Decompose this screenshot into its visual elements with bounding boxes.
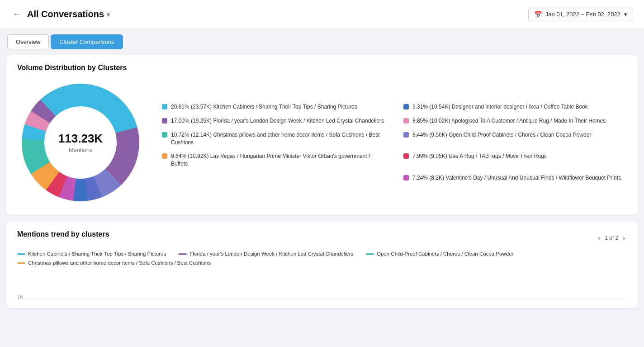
legend-item-4: 9.31% (10.54K) Designer and interior des…	[403, 103, 627, 111]
mentions-trend-card: Mentions trend by clusters ‹ 1 of 2 › Ki…	[6, 221, 638, 308]
legend-dot-3	[162, 153, 167, 159]
tabs-bar: Overview Cluster Comparisons	[0, 29, 644, 55]
trend-legend-label-1: Florida / year's London Design Week / Ki…	[189, 251, 353, 257]
trend-legend-label-3: Christmas pillows and other home decor i…	[28, 260, 211, 266]
legend-item-6: 8.44% (9.56K) Open Child-Proof Cabinets …	[403, 131, 627, 147]
legend-text-0: 20.81% (23.57K) Kitchen Cabinets / Shari…	[171, 103, 357, 111]
tab-overview[interactable]: Overview	[7, 34, 49, 49]
legend-text-5: 8.85% (10.02K) Apologised To A Customer …	[412, 117, 606, 125]
trend-legend-label-2: Open Child-Proof Cabinets / Chores / Cle…	[377, 251, 513, 257]
trend-card-title: Mentions trend by clusters	[17, 230, 109, 238]
legend-item-5: 8.85% (10.02K) Apologised To A Customer …	[403, 117, 627, 125]
header-left: ← All Conversations ▾	[11, 8, 110, 21]
trend-legend-label-0: Kitchen Cabinets / Sharing Their Top Tip…	[28, 251, 166, 257]
legend-dot-5	[403, 118, 409, 124]
legend-text-1: 17.00% (19.25K) Florida / year's London …	[171, 117, 384, 125]
page-title: All Conversations	[27, 9, 104, 19]
trend-line-3	[17, 262, 25, 264]
donut-center-text: 113.23K Mentions	[58, 132, 103, 153]
trend-chart-area: 1K	[17, 272, 627, 299]
date-range-label: Jan 01, 2022 – Feb 02, 2022	[545, 11, 620, 18]
calendar-icon: 📅	[534, 11, 542, 18]
title-chevron-icon[interactable]: ▾	[107, 11, 110, 18]
trend-legend-item-3: Christmas pillows and other home decor i…	[17, 260, 211, 266]
legend-item-1: 17.00% (19.25K) Florida / year's London …	[162, 117, 385, 125]
trend-line-2	[366, 253, 374, 255]
y-axis-label: 1K	[17, 294, 23, 299]
legend-dot-6	[403, 132, 409, 138]
date-chevron-icon: ▾	[624, 11, 627, 18]
back-button[interactable]: ←	[11, 8, 23, 21]
trend-line-0	[17, 253, 25, 255]
trend-header: Mentions trend by clusters ‹ 1 of 2 ›	[17, 230, 627, 246]
trend-legend-item-1: Florida / year's London Design Week / Ki…	[179, 251, 353, 257]
legend-text-3: 9.64% (10.92K) Las Vegas / Hungarian Pri…	[171, 152, 385, 168]
legend-text-6: 8.44% (9.56K) Open Child-Proof Cabinets …	[412, 131, 592, 139]
prev-page-button[interactable]: ‹	[597, 233, 602, 242]
next-page-button[interactable]: ›	[621, 233, 627, 242]
page-indicator: 1 of 2	[605, 235, 618, 241]
trend-legend: Kitchen Cabinets / Sharing Their Top Tip…	[17, 251, 627, 266]
legend-text-4: 9.31% (10.54K) Designer and interior des…	[412, 103, 588, 111]
trend-line-1	[179, 253, 187, 255]
legend-dot-4	[403, 104, 409, 109]
donut-mention-label: Mentions	[58, 147, 103, 153]
tab-cluster-comparisons[interactable]: Cluster Comparisons	[51, 34, 123, 49]
trend-legend-item-2: Open Child-Proof Cabinets / Chores / Cle…	[366, 251, 513, 257]
donut-chart: 113.23K Mentions	[17, 79, 144, 206]
legend-text-8: 7.24% (8.2K) Valentine's Day / Unusual A…	[412, 174, 621, 182]
legend-dot-7	[403, 153, 409, 159]
legend-item-3: 9.64% (10.92K) Las Vegas / Hungarian Pri…	[162, 152, 385, 168]
legend-text-2: 10.72% (12.14K) Christmas pillows and ot…	[171, 131, 385, 147]
date-range-button[interactable]: 📅 Jan 01, 2022 – Feb 02, 2022 ▾	[528, 8, 633, 21]
title-group: All Conversations ▾	[27, 9, 110, 19]
legend-dot-0	[162, 104, 167, 109]
legend-item-0: 20.81% (23.57K) Kitchen Cabinets / Shari…	[162, 103, 385, 111]
legend-item-8: 7.24% (8.2K) Valentine's Day / Unusual A…	[403, 174, 627, 182]
legend-text-7: 7.99% (9.05K) Use A Rug / TAB rugs / Mov…	[412, 152, 547, 160]
legend-dot-1	[162, 118, 167, 124]
volume-card-title: Volume Distribution by Clusters	[17, 64, 627, 72]
volume-distribution-card: Volume Distribution by Clusters	[6, 55, 638, 215]
donut-value: 113.23K	[58, 132, 103, 146]
legend-dot-8	[403, 175, 409, 181]
trend-legend-item-0: Kitchen Cabinets / Sharing Their Top Tip…	[17, 251, 166, 257]
chart-area: 113.23K Mentions 20.81% (23.57K) Kitchen…	[17, 79, 627, 206]
legend-item-7: 7.99% (9.05K) Use A Rug / TAB rugs / Mov…	[403, 152, 627, 168]
legend-item-2: 10.72% (12.14K) Christmas pillows and ot…	[162, 131, 385, 147]
header: ← All Conversations ▾ 📅 Jan 01, 2022 – F…	[0, 0, 644, 29]
donut-legend: 20.81% (23.57K) Kitchen Cabinets / Shari…	[162, 103, 627, 182]
legend-dot-2	[162, 132, 167, 138]
pagination: ‹ 1 of 2 ›	[597, 233, 627, 242]
